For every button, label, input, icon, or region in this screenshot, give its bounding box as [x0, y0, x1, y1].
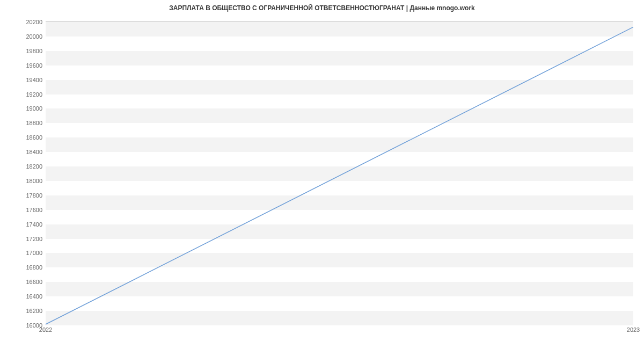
y-tick-label: 19600	[26, 62, 42, 69]
series-line	[46, 27, 633, 324]
y-tick-label: 18000	[26, 178, 42, 184]
y-tick-label: 18400	[26, 149, 42, 155]
y-tick-label: 16200	[26, 308, 42, 314]
y-tick-label: 20200	[26, 19, 42, 25]
y-tick-label: 18600	[26, 134, 42, 141]
x-tick-label: 2022	[39, 326, 52, 333]
y-tick-label: 17000	[26, 250, 42, 256]
line-layer	[46, 22, 633, 324]
y-tick-label: 18200	[26, 163, 42, 170]
y-tick-label: 16800	[26, 264, 42, 271]
y-tick-label: 20000	[26, 33, 42, 40]
y-tick-label: 19800	[26, 48, 42, 54]
y-tick-label: 17200	[26, 236, 42, 242]
y-tick-label: 17800	[26, 192, 42, 199]
plot-area: 1600016200164001660016800170001720017400…	[46, 21, 633, 325]
y-tick-label: 19400	[26, 77, 42, 83]
x-tick-label: 2023	[627, 326, 640, 333]
y-tick-label: 17400	[26, 221, 42, 228]
y-tick-label: 19000	[26, 105, 42, 112]
y-tick-label: 18800	[26, 120, 42, 126]
y-tick-label: 16600	[26, 279, 42, 285]
chart-container: ЗАРПЛАТА В ОБЩЕСТВО С ОГРАНИЧЕННОЙ ОТВЕТ…	[0, 0, 644, 349]
chart-title: ЗАРПЛАТА В ОБЩЕСТВО С ОГРАНИЧЕННОЙ ОТВЕТ…	[0, 4, 644, 12]
y-tick-label: 17600	[26, 207, 42, 213]
y-tick-label: 16400	[26, 293, 42, 300]
y-tick-label: 19200	[26, 91, 42, 98]
